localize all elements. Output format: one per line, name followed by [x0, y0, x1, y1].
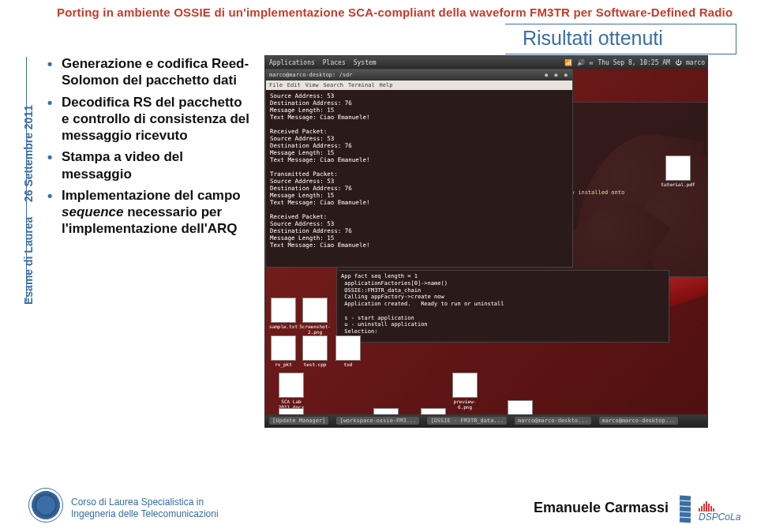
side-course: Esame di Laurea	[22, 217, 35, 305]
taskbar-button: [workspace-ossie-FM3...	[336, 417, 419, 425]
indicator-icon: ✉	[590, 59, 594, 66]
menu-system: System	[354, 59, 377, 66]
gnome-bottom-panel: [Update Manager] [workspace-ossie-FM3...…	[265, 414, 707, 427]
footer-line2: Ingegneria delle Telecomunicazioni	[71, 508, 219, 519]
menu-item: View	[305, 82, 319, 88]
desktop-file-icon: Screenshot-2.png	[297, 298, 333, 335]
footer-course: Corso di Laurea Specialistica in Ingegne…	[71, 496, 219, 519]
indicator-icon: 🔊	[577, 59, 585, 66]
desktop-file-icon: tutorial.pdf	[660, 155, 696, 187]
logo-bars-icon	[699, 501, 714, 511]
power-icon: ⏻	[675, 59, 681, 66]
menu-item: File	[269, 82, 283, 88]
footer-line1: Corso di Laurea Specialistica in	[71, 496, 219, 508]
bullet-item: Generazione e codifica Reed-Solomon del …	[47, 55, 253, 89]
slide-title: Porting in ambiente OSSIE di un'implemen…	[57, 6, 741, 19]
menu-item: Search	[324, 82, 343, 88]
ubuntu-screenshot: Applications Places System 📶 🔊 ✉ Thu Sep…	[264, 55, 708, 428]
taskbar-button: marco@marco-deskto...	[515, 417, 591, 425]
desktop-file-icon: txd	[330, 335, 366, 367]
bullet-list: Generazione e codifica Reed-Solomon del …	[47, 55, 253, 242]
menu-places: Places	[323, 59, 346, 66]
clock: Thu Sep 8, 10:25 AM	[598, 59, 670, 66]
pisa-tower-icon	[675, 491, 699, 523]
indicator-icon: 📶	[564, 59, 572, 66]
vertical-labels: Esame di Laurea 26 Settembre 2011	[9, 52, 24, 320]
terminal-output: Source Address: 53 Destination Address: …	[266, 90, 572, 251]
taskbar-button: marco@marco-desktop...	[599, 417, 679, 425]
bullet-item: Stampa a video del messaggio	[47, 148, 253, 182]
desktop-file-icon: preview-6.png	[447, 373, 483, 410]
nodehandler-terminal: App fact seq length = 1 applicationFacto…	[336, 270, 669, 343]
terminal-titlebar: marco@marco-desktop: /sdr ● ● ●	[266, 69, 572, 81]
menu-item: Edit	[287, 82, 301, 88]
bullet-item: Implementazione del campo sequence neces…	[47, 187, 253, 238]
user-name: marco	[686, 59, 705, 66]
desktop-file-icon: SCA Lab 2011.docx	[273, 373, 309, 410]
ubuntu-desktop: 1. /sdr/waveforms/ossie171/gil7 2. /sdr/…	[265, 69, 707, 414]
side-date: 26 Settembre 2011	[22, 105, 35, 202]
gnome-top-panel: Applications Places System 📶 🔊 ✉ Thu Sep…	[265, 56, 707, 69]
foreground-terminal: marco@marco-desktop: /sdr ● ● ● File Edi…	[265, 69, 573, 268]
slide-footer: Corso di Laurea Specialistica in Ingegne…	[0, 486, 757, 524]
desktop-file-icon: test.cpp	[297, 335, 333, 367]
window-controls: ● ● ●	[545, 72, 569, 78]
menu-item: Help	[380, 82, 393, 88]
bullet-item: Decodifica RS del pacchetto e controllo …	[47, 94, 253, 144]
taskbar-button: [OSSIE - FM3TR_data...	[427, 417, 507, 425]
menu-applications: Applications	[269, 59, 315, 66]
terminal-menubar: File Edit View Search Terminal Help	[266, 81, 572, 90]
taskbar-button: [Update Manager]	[269, 417, 328, 425]
menu-item: Terminal	[348, 82, 375, 88]
university-crest-icon	[28, 488, 63, 523]
terminal-title: marco@marco-desktop: /sdr	[269, 72, 352, 78]
lab-logo: DSPCoLa	[675, 488, 743, 523]
author-name: Emanuele Carmassi	[534, 500, 669, 516]
nodehandler-output: App fact seq length = 1 applicationFacto…	[337, 271, 669, 338]
lab-name: DSPCoLa	[699, 512, 740, 522]
vertical-divider	[26, 57, 27, 302]
section-heading: Risultati ottenuti	[505, 24, 736, 54]
